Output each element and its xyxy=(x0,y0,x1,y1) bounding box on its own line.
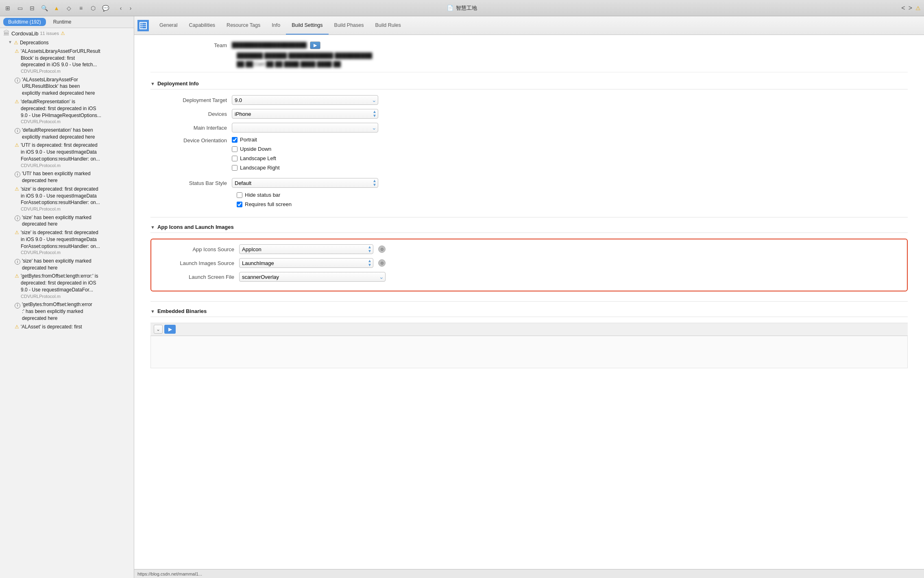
deployment-target-select-wrapper: 9.0 ⌄ xyxy=(232,95,378,105)
launch-images-gear-button[interactable]: ⚙ xyxy=(378,259,386,267)
launch-screen-select-wrapper: scannerOverlay ⌄ xyxy=(239,272,386,282)
app-icons-title: App Icons and Launch Images xyxy=(157,224,234,230)
main-interface-select[interactable] xyxy=(232,123,378,133)
team-button[interactable]: ▶ xyxy=(310,41,320,49)
warning-icon: ⚠ xyxy=(15,229,19,236)
list-item[interactable]: ⚠ 'ALAsset' is deprecated: first xyxy=(13,323,134,331)
deployment-target-select[interactable]: 9.0 xyxy=(232,95,378,105)
status-bar-control: Default ▲▼ xyxy=(232,178,378,188)
tab-capabilities[interactable]: Capabilities xyxy=(183,16,221,35)
requires-full-screen-checkbox[interactable] xyxy=(237,202,242,207)
hide-status-bar-row: Hide status bar xyxy=(237,192,908,198)
list-icon[interactable]: ≡ xyxy=(76,4,85,13)
status-bar-label: Status Bar Style xyxy=(150,180,232,186)
grid-icon[interactable]: ⊞ xyxy=(3,4,12,13)
status-bar-select-wrapper: Default ▲▼ xyxy=(232,178,378,188)
tab-general[interactable]: General xyxy=(154,16,183,35)
chevron-left-icon[interactable]: < xyxy=(901,4,905,12)
upside-down-label[interactable]: Upside Down xyxy=(240,146,271,152)
search-icon[interactable]: 🔍 xyxy=(40,4,49,13)
content-area: General Capabilities Resource Tags Info … xyxy=(134,16,924,578)
list-item[interactable]: ⚠ 'UTI' is deprecated: first deprecatedi… xyxy=(13,141,134,169)
list-item[interactable]: ⚠ 'size' is deprecated: first deprecated… xyxy=(13,185,134,213)
list-item[interactable]: ⚠ 'size' is deprecated: first deprecated… xyxy=(13,228,134,257)
deployment-info-title: Deployment Info xyxy=(157,80,199,87)
titlebar-window-controls: ⊞ ▭ ⊟ 🔍 ▲ ◇ ≡ ⬡ 💬 xyxy=(3,4,110,13)
main-layout: Buildtime (192) Runtime 🏛 CordovaLib 11 … xyxy=(0,16,924,578)
deployment-info-chevron[interactable]: ▼ xyxy=(150,81,155,86)
devices-row: Devices iPhone ▲▼ xyxy=(150,109,908,119)
embedded-binaries-header: ▼ Embedded Binaries xyxy=(150,308,908,317)
portrait-checkbox[interactable] xyxy=(232,137,238,143)
launch-screen-file-select[interactable]: scannerOverlay xyxy=(239,272,386,282)
launch-images-source-select[interactable]: LaunchImage xyxy=(239,258,373,268)
landscape-left-checkbox[interactable] xyxy=(232,156,238,161)
launch-images-control: LaunchImage ▲▼ ⚙ xyxy=(239,258,386,268)
list-item[interactable]: ⚠ 'defaultRepresentation' isdeprecated: … xyxy=(13,98,134,126)
portrait-label[interactable]: Portrait xyxy=(240,137,257,143)
tab-resource-tags[interactable]: Resource Tags xyxy=(221,16,266,35)
app-icons-source-row: App Icons Source AppIcon ▲▼ ⚙ xyxy=(158,244,900,254)
status-bar-select[interactable]: Default xyxy=(232,178,378,188)
embedded-binaries-chevron[interactable]: ▼ xyxy=(150,309,155,314)
tab-build-rules[interactable]: Build Rules xyxy=(370,16,407,35)
cert-row-1: ███████ ██████ ████████████ ██████████ xyxy=(237,52,908,59)
warning-icon: ⚠ xyxy=(15,324,19,330)
app-icons-chevron[interactable]: ▼ xyxy=(150,225,155,230)
bottom-bar: https://blog.csdn.net/mammal1... xyxy=(134,569,924,578)
sidebar: Buildtime (192) Runtime 🏛 CordovaLib 11 … xyxy=(0,16,134,578)
device-orientation-row: Device Orientation Portrait Upside Down xyxy=(150,137,908,174)
bubble-icon[interactable]: 💬 xyxy=(101,4,110,13)
main-interface-row: Main Interface ⌄ xyxy=(150,123,908,133)
embedded-chevron-button[interactable]: ⌄ xyxy=(154,325,163,334)
diamond-icon[interactable]: ◇ xyxy=(64,4,73,13)
forward-button[interactable]: › xyxy=(126,4,135,13)
status-bar-row: Status Bar Style Default ▲▼ xyxy=(150,178,908,188)
hide-status-bar-checkbox[interactable] xyxy=(237,192,242,198)
app-icons-source-control: AppIcon ▲▼ ⚙ xyxy=(239,244,386,254)
chevron-down-icon: ▼ xyxy=(8,39,12,45)
list-item[interactable]: i 'getBytes:fromOffset:length:error:' ha… xyxy=(13,300,134,322)
chevron-right-icon[interactable]: > xyxy=(909,4,912,12)
svg-rect-0 xyxy=(140,22,146,29)
hide-status-bar-label[interactable]: Hide status bar xyxy=(245,192,280,198)
tab-info[interactable]: Info xyxy=(266,16,286,35)
warning-icon[interactable]: ▲ xyxy=(52,4,61,13)
tab-build-phases[interactable]: Build Phases xyxy=(329,16,370,35)
list-item[interactable]: ⚠ 'getBytes:fromOffset:length:error:' is… xyxy=(13,272,134,300)
back-button[interactable]: ‹ xyxy=(116,4,125,13)
tab-build-settings[interactable]: Build Settings xyxy=(286,16,328,35)
square-icon[interactable]: ▭ xyxy=(15,4,24,13)
list-item[interactable]: i 'UTI' has been explicitly markeddeprec… xyxy=(13,169,134,185)
list-item[interactable]: ⚠ 'ALAssetsLibraryAssetForURLResultBlock… xyxy=(13,47,134,76)
landscape-right-checkbox[interactable] xyxy=(232,165,238,171)
identity-section: Team ████████████████████ ▶ ███████ ████… xyxy=(150,41,908,72)
launch-images-source-label: Launch Images Source xyxy=(158,260,239,266)
list-item[interactable]: i 'size' has been explicitly markeddepre… xyxy=(13,213,134,229)
list-item[interactable]: i 'ALAssetsLibraryAssetForURLResultBlock… xyxy=(13,76,134,98)
root-project-item[interactable]: 🏛 CordovaLib 11 issues ⚠ xyxy=(0,28,134,39)
embedded-binaries-title: Embedded Binaries xyxy=(157,308,207,314)
devices-select[interactable]: iPhone xyxy=(232,109,378,119)
titlebar-right: < > ⚠ xyxy=(901,4,921,12)
info-icon: i xyxy=(15,214,20,222)
tabs: General Capabilities Resource Tags Info … xyxy=(154,16,407,35)
list-item[interactable]: i 'size' has been explicitly markeddepre… xyxy=(13,257,134,272)
tiles-icon[interactable]: ⊟ xyxy=(28,4,37,13)
landscape-right-label[interactable]: Landscape Right xyxy=(240,165,280,171)
requires-full-screen-label[interactable]: Requires full screen xyxy=(245,201,292,207)
requires-full-screen-row: Requires full screen xyxy=(237,201,908,207)
blueprint-icon xyxy=(137,20,149,31)
deprecations-group[interactable]: ▼ ⚠ Deprecations xyxy=(7,39,134,47)
list-item[interactable]: i 'defaultRepresentation' has beenexplic… xyxy=(13,126,134,141)
upside-down-checkbox[interactable] xyxy=(232,146,238,152)
buildtime-filter-tab[interactable]: Buildtime (192) xyxy=(3,18,46,26)
app-icons-source-select[interactable]: AppIcon xyxy=(239,244,373,254)
tag-icon[interactable]: ⬡ xyxy=(89,4,98,13)
portrait-row: Portrait xyxy=(232,137,280,143)
app-icons-gear-button[interactable]: ⚙ xyxy=(378,246,386,253)
devices-control: iPhone ▲▼ xyxy=(232,109,378,119)
runtime-filter-tab[interactable]: Runtime xyxy=(48,18,76,26)
landscape-left-label[interactable]: Landscape Left xyxy=(240,155,276,161)
issue-count-badge: 11 issues xyxy=(40,31,59,36)
